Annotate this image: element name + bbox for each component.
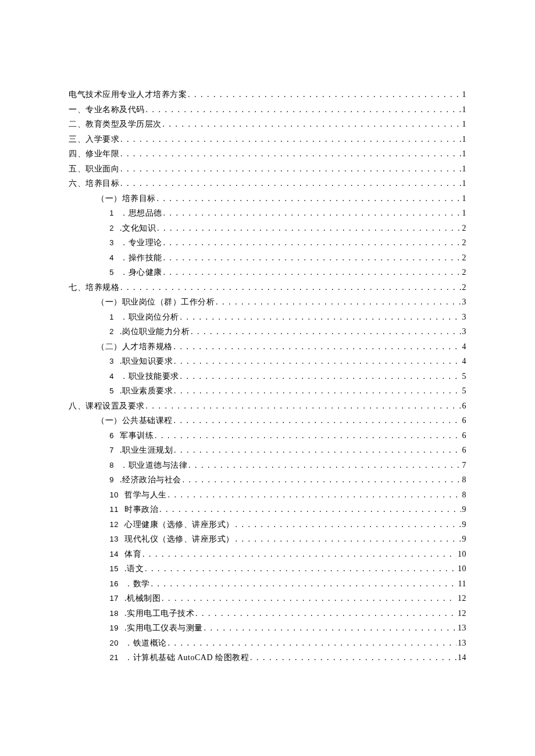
toc-entry: （一）培养目标1 <box>69 191 466 206</box>
toc-entry-text: 六、培养目标 <box>69 179 119 188</box>
toc-entry: 10哲学与人生8 <box>69 488 466 503</box>
toc-entry: 1．思想品德1 <box>69 206 466 221</box>
toc-entry-number: 13 <box>108 532 119 547</box>
toc-entry-page: 5 <box>462 369 467 384</box>
toc-entry-title: 1．思想品德 <box>108 206 162 221</box>
toc-entry: 3.职业知识要求4 <box>69 354 466 369</box>
toc-entry-number: 8 <box>108 458 114 473</box>
toc-entry-page: 12 <box>458 591 466 606</box>
toc-entry-text: （一）培养目标 <box>97 194 156 203</box>
toc-entry-text: ．计算机基础 AutoCAD 绘图教程 <box>124 653 249 662</box>
toc-entry-text: .经济政治与社会 <box>120 475 181 484</box>
toc-entry-title: 8．职业道德与法律 <box>108 458 187 473</box>
toc-entry-text: 二、教育类型及学历层次 <box>69 120 162 128</box>
toc-entry-number: 2 <box>108 221 114 236</box>
toc-entry-text: 军事训练 <box>120 431 154 440</box>
toc-entry-text: 八、课程设置及要求 <box>69 402 145 410</box>
toc-entry-title: 七、培养规格 <box>69 280 119 295</box>
toc-leader-dots <box>120 146 461 162</box>
toc-entry-number: 6 <box>108 428 114 443</box>
toc-entry: 12心理健康（选修、讲座形式）9 <box>69 517 466 532</box>
toc-entry-page: 9 <box>462 532 467 547</box>
table-of-contents: 电气技术应用专业人才培养方案1一、专业名称及代码1二、教育类型及学历层次1三、入… <box>69 87 466 665</box>
toc-entry-title: 21．计算机基础 AutoCAD 绘图教程 <box>108 650 249 665</box>
toc-leader-dots <box>188 458 461 473</box>
toc-entry-number: 11 <box>108 502 119 517</box>
toc-entry-title: （一）职业岗位（群）工作分析 <box>97 295 215 310</box>
toc-entry-page: 1 <box>462 206 467 221</box>
toc-entry-title: 三、入学要求 <box>69 132 119 147</box>
toc-entry-page: 2 <box>462 235 467 250</box>
toc-entry: 4．操作技能2 <box>69 250 466 266</box>
toc-entry-page: 1 <box>462 132 467 147</box>
toc-leader-dots <box>174 339 461 354</box>
toc-entry-page: 2 <box>462 265 467 280</box>
toc-entry-page: 9 <box>462 517 467 532</box>
toc-entry-title: （一）培养目标 <box>97 191 156 206</box>
toc-leader-dots <box>120 280 461 295</box>
toc-entry-page: 5 <box>462 384 467 399</box>
toc-entry-title: 14体育 <box>108 547 141 562</box>
toc-entry-title: 一、专业名称及代码 <box>69 102 145 117</box>
toc-entry-page: 3 <box>462 310 467 325</box>
toc-entry-title: 1．职业岗位分析 <box>108 310 179 325</box>
toc-leader-dots <box>145 561 456 576</box>
toc-entry-page: 1 <box>462 146 467 162</box>
toc-entry-page: 7 <box>462 458 467 473</box>
toc-entry-page: 2 <box>462 280 467 295</box>
toc-leader-dots <box>168 636 457 651</box>
toc-leader-dots <box>163 206 461 221</box>
toc-entry-page: 6 <box>462 413 467 428</box>
toc-entry-page: 1 <box>462 176 467 191</box>
toc-entry-title: 12心理健康（选修、讲座形式） <box>108 517 234 532</box>
toc-entry-title: 19.实用电工仪表与测量 <box>108 621 203 636</box>
toc-entry-title: 4．操作技能 <box>108 250 162 266</box>
toc-entry-text: （二）人才培养规格 <box>97 342 173 351</box>
toc-entry-text: 体育 <box>124 550 141 558</box>
toc-leader-dots <box>236 532 461 547</box>
toc-leader-dots <box>183 472 461 488</box>
toc-entry-text: 电气技术应用专业人才培养方案 <box>69 90 187 99</box>
toc-entry-text: .语文 <box>124 564 144 573</box>
toc-entry-page: 4 <box>462 354 467 369</box>
toc-entry-page: 13 <box>458 621 466 636</box>
toc-entry-number: 3 <box>108 354 114 369</box>
toc-entry-title: 13现代礼仪（选修、讲座形式） <box>108 532 234 547</box>
toc-entry-title: 16．数学 <box>108 576 150 592</box>
toc-entry-text: .实用电工仪表与测量 <box>124 624 203 632</box>
toc-leader-dots <box>163 250 461 266</box>
toc-entry-page: 8 <box>462 488 467 503</box>
toc-entry-title: 二、教育类型及学历层次 <box>69 117 162 132</box>
toc-entry-text: ．专业理论 <box>120 238 162 247</box>
toc-entry: 5．身心健康2 <box>69 265 466 280</box>
toc-entry-page: 6 <box>462 399 467 414</box>
toc-entry-page: 8 <box>462 472 467 488</box>
toc-entry-page: 2 <box>462 221 467 236</box>
toc-entry-number: 17 <box>108 591 119 606</box>
toc-entry-title: 10哲学与人生 <box>108 488 167 503</box>
toc-entry: 2.文化知识2 <box>69 221 466 236</box>
toc-entry-number: 10 <box>108 488 119 503</box>
toc-entry-page: 1 <box>462 162 467 177</box>
toc-entry-text: ．数学 <box>124 579 150 588</box>
toc-entry-text: ．铁道概论 <box>124 639 167 647</box>
toc-leader-dots <box>236 517 461 532</box>
toc-entry-number: 4 <box>108 369 114 384</box>
toc-entry-number: 2 <box>108 324 114 339</box>
toc-entry-text: 七、培养规格 <box>69 283 119 292</box>
toc-entry: 18.实用电工电子技术12 <box>69 606 466 621</box>
toc-entry-text: （一）公共基础课程 <box>97 416 173 425</box>
toc-entry-text: ．职业岗位分析 <box>120 313 179 321</box>
toc-leader-dots <box>163 235 461 250</box>
toc-entry-title: 六、培养目标 <box>69 176 119 191</box>
toc-entry-title: 3.职业知识要求 <box>108 354 173 369</box>
toc-entry-number: 20 <box>108 636 119 651</box>
toc-entry-number: 4 <box>108 250 114 266</box>
toc-entry: 二、教育类型及学历层次1 <box>69 117 466 132</box>
toc-leader-dots <box>174 413 461 428</box>
toc-entry: 16．数学11 <box>69 576 466 592</box>
toc-entry-page: 2 <box>462 250 467 266</box>
toc-entry-page: 14 <box>458 650 466 665</box>
toc-leader-dots <box>159 502 461 517</box>
toc-leader-dots <box>163 117 461 132</box>
